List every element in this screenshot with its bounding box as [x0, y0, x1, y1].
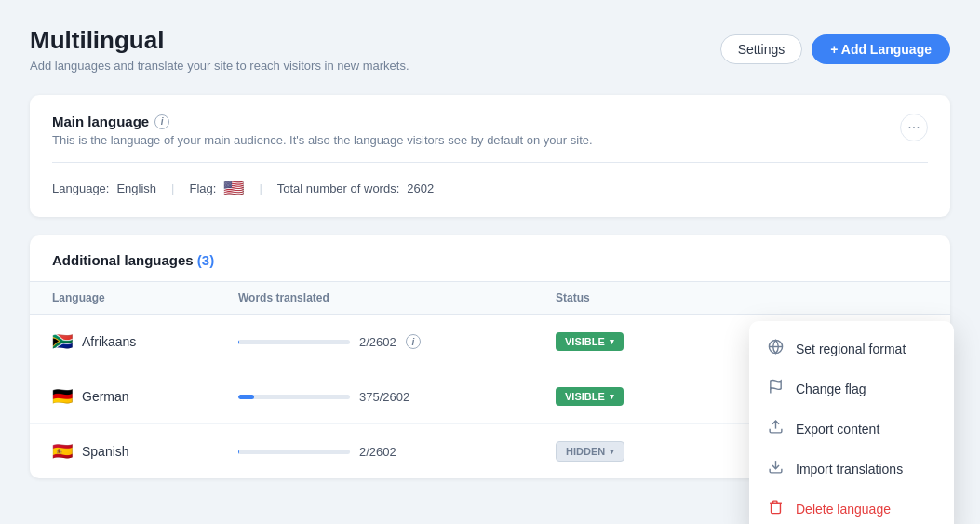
additional-languages-header: Additional languages (3) — [30, 235, 950, 268]
language-info-row: Language: English | Flag: 🇺🇸 | Total num… — [52, 178, 928, 198]
chevron-down-icon: ▾ — [610, 447, 614, 456]
progress-bg-spanish — [238, 450, 350, 454]
dropdown-item-label: Change flag — [796, 382, 866, 396]
header-left: Multilingual Add languages and translate… — [30, 26, 409, 73]
words-cell-spanish: 2/2602 — [238, 445, 556, 459]
status-badge-afrikaans[interactable]: VISIBLE ▾ — [556, 332, 624, 351]
dropdown-import-translations[interactable]: Import translations — [749, 449, 954, 489]
dropdown-delete-language[interactable]: Delete language — [749, 489, 954, 524]
trash-icon — [766, 499, 785, 518]
flag-afrikaans: 🇿🇦 — [52, 331, 73, 352]
words-count-spanish: 2/2602 — [359, 445, 396, 459]
separator2: | — [259, 181, 262, 195]
add-language-button[interactable]: + Add Language — [812, 34, 950, 64]
words-count-german: 375/2602 — [359, 390, 409, 404]
info-icon[interactable]: i — [154, 114, 169, 129]
separator: | — [171, 181, 174, 195]
flag-emoji: 🇺🇸 — [223, 178, 244, 198]
dropdown-export-content[interactable]: Export content — [749, 409, 954, 449]
dropdown-item-label: Set regional format — [796, 342, 906, 356]
info-icon-afrikaans[interactable]: i — [406, 334, 421, 349]
lang-cell-afrikaans: 🇿🇦 Afrikaans — [52, 331, 238, 352]
flag-spanish: 🇪🇸 — [52, 441, 73, 462]
upload-icon — [766, 419, 785, 438]
chevron-down-icon: ▾ — [610, 392, 614, 401]
download-icon — [766, 459, 785, 478]
main-language-card: Main language i This is the language of … — [30, 95, 950, 217]
flag-german: 🇩🇪 — [52, 386, 73, 407]
dropdown-set-regional[interactable]: Set regional format — [749, 329, 954, 369]
lang-name-spanish: Spanish — [82, 444, 129, 459]
settings-button[interactable]: Settings — [720, 34, 803, 64]
words-cell-german: 375/2602 — [238, 390, 556, 404]
chevron-down-icon: ▾ — [610, 337, 614, 346]
page-subtitle: Add languages and translate your site to… — [30, 59, 409, 73]
divider — [52, 162, 928, 163]
main-language-title: Main language i — [52, 114, 593, 129]
main-language-header: Main language i This is the language of … — [52, 114, 928, 147]
table-header: Language Words translated Status — [30, 281, 950, 315]
lang-cell-german: 🇩🇪 German — [52, 386, 238, 407]
dropdown-change-flag[interactable]: Change flag — [749, 369, 954, 409]
col-status: Status — [556, 291, 742, 304]
lang-name-german: German — [82, 389, 129, 404]
total-words-value: 2602 — [407, 181, 434, 195]
dropdown-menu: Set regional format Change flag Export c… — [749, 321, 954, 524]
col-language: Language — [52, 291, 238, 304]
progress-bg-german — [238, 395, 350, 399]
main-language-desc: This is the language of your main audien… — [52, 133, 593, 147]
page-header: Multilingual Add languages and translate… — [30, 26, 950, 73]
col-words: Words translated — [238, 291, 556, 304]
lang-cell-spanish: 🇪🇸 Spanish — [52, 441, 238, 462]
globe-icon — [766, 339, 785, 358]
dropdown-item-label: Import translations — [796, 462, 903, 477]
page-title: Multilingual — [30, 26, 409, 55]
status-badge-german[interactable]: VISIBLE ▾ — [556, 387, 624, 406]
dropdown-item-label: Export content — [796, 422, 879, 437]
status-badge-spanish[interactable]: HIDDEN ▾ — [556, 441, 624, 462]
status-cell-spanish: HIDDEN ▾ — [556, 441, 742, 462]
words-cell-afrikaans: 2/2602 i — [238, 334, 556, 349]
lang-name-afrikaans: Afrikaans — [82, 334, 136, 349]
status-cell-afrikaans: VISIBLE ▾ — [556, 332, 742, 351]
main-language-more-button[interactable]: ··· — [900, 114, 928, 141]
flag-icon — [766, 379, 785, 398]
language-count: (3) — [197, 252, 214, 268]
status-cell-german: VISIBLE ▾ — [556, 387, 742, 406]
col-actions — [742, 291, 928, 304]
words-count-afrikaans: 2/2602 — [359, 335, 396, 349]
language-value: English — [116, 181, 156, 195]
header-right: Settings + Add Language — [720, 34, 950, 64]
progress-bg-afrikaans — [238, 340, 350, 344]
dropdown-item-label: Delete language — [796, 502, 891, 517]
progress-fill-german — [238, 395, 254, 399]
